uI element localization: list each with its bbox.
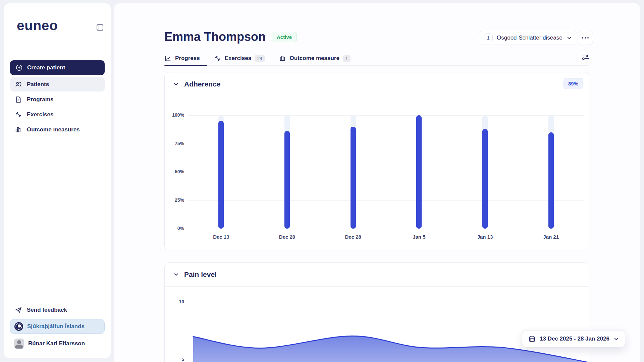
sidebar-item-label: Outcome measures <box>27 126 80 133</box>
gridline <box>188 200 584 201</box>
adherence-card-header: Adherence 89% <box>165 72 589 96</box>
adherence-bar <box>218 121 224 229</box>
euneo-logo: euneo <box>17 18 58 33</box>
patient-header: Emma Thompson Active <box>164 27 297 46</box>
tab-progress[interactable]: Progress <box>164 55 200 62</box>
chevron-down-icon[interactable] <box>173 271 179 278</box>
chevron-down-icon <box>613 336 619 342</box>
sidebar-item-outcome-measures[interactable]: Outcome measures <box>10 122 105 137</box>
chevron-down-icon <box>567 35 572 41</box>
bar-chart-icon <box>15 126 22 133</box>
sliders-filter-icon <box>581 54 590 61</box>
sidebar-nav: Create patient Patients Programs <box>10 60 105 137</box>
adherence-percentage-badge: 89% <box>564 78 583 89</box>
sidebar-collapse-icon <box>96 23 104 32</box>
y-axis-tick: 50% <box>165 169 184 174</box>
sidebar-item-exercises[interactable]: Exercises <box>10 107 105 122</box>
create-patient-button[interactable]: Create patient <box>10 60 105 75</box>
sidebar-item-programs[interactable]: Programs <box>10 92 105 107</box>
tabs-divider <box>164 65 589 66</box>
pain-level-area-chart: 10 5 <box>165 287 589 362</box>
tab-outcome-count: 1 <box>343 55 351 62</box>
bar-chart-icon <box>279 55 286 62</box>
tab-progress-label: Progress <box>175 55 200 62</box>
gridline <box>188 229 584 229</box>
x-axis-tick: Jan 13 <box>472 234 498 240</box>
ellipsis-icon <box>582 37 583 39</box>
send-feedback-button[interactable]: Send feedback <box>10 304 105 316</box>
calendar-icon <box>528 335 536 343</box>
y-axis-tick: 0% <box>165 226 184 231</box>
adherence-bar-chart: 100%75%50%25%0%Dec 13Dec 20Dec 28Jan 5Ja… <box>165 96 589 250</box>
date-range-picker[interactable]: 13 Dec 2025 - 28 Jan 2026 <box>522 330 625 348</box>
document-icon <box>15 96 22 103</box>
tab-exercises-count: 24 <box>255 55 265 62</box>
y-axis-tick: 100% <box>165 112 184 118</box>
gridline <box>188 144 584 144</box>
condition-label: Osgood-Schlatter disease <box>497 35 562 41</box>
sidebar: euneo Create patient <box>4 3 111 358</box>
condition-count-badge: 1 <box>484 34 493 42</box>
dumbbell-icon <box>15 111 22 118</box>
patient-name: Emma Thompson <box>164 30 266 44</box>
tab-outcome-measure[interactable]: Outcome measure 1 <box>279 55 351 62</box>
sidebar-item-label: Exercises <box>27 111 53 118</box>
sidebar-footer: Send feedback Sjúkraþjálfun Íslands Rúna… <box>10 304 105 351</box>
gridline <box>188 172 584 172</box>
pain-area-svg <box>165 287 589 362</box>
euneo-app: euneo Create patient <box>0 0 644 362</box>
user-avatar <box>14 339 24 349</box>
adherence-bar <box>548 132 554 229</box>
adherence-bar <box>416 115 422 229</box>
sidebar-item-label: Patients <box>27 81 49 88</box>
gridline <box>188 115 584 116</box>
x-axis-tick: Dec 13 <box>208 234 234 240</box>
organization-name: Sjúkraþjálfun Íslands <box>27 323 85 330</box>
user-menu[interactable]: Rúnar Karl Elfarsson <box>10 337 105 351</box>
main-content: Emma Thompson Active 1 Osgood-Schlatter … <box>114 3 640 362</box>
organization-logo <box>14 322 23 331</box>
status-badge: Active <box>272 32 297 42</box>
organization-switcher[interactable]: Sjúkraþjálfun Íslands <box>10 319 105 334</box>
date-range-label: 13 Dec 2025 - 28 Jan 2026 <box>540 336 609 342</box>
more-options-button[interactable] <box>578 31 593 45</box>
adherence-title: Adherence <box>184 80 221 88</box>
send-feedback-label: Send feedback <box>27 307 67 313</box>
chart-filter-button[interactable] <box>580 52 591 62</box>
create-patient-label: Create patient <box>27 64 65 71</box>
plus-circle-icon <box>15 64 23 71</box>
paper-plane-icon <box>15 306 22 314</box>
x-axis-tick: Jan 5 <box>406 234 432 240</box>
dumbbell-icon <box>214 55 221 62</box>
user-name: Rúnar Karl Elfarsson <box>28 340 85 347</box>
adherence-card: Adherence 89% 100%75%50%25%0%Dec 13Dec 2… <box>164 72 589 250</box>
x-axis-tick: Jan 21 <box>538 234 565 240</box>
sidebar-item-label: Programs <box>27 96 53 103</box>
x-axis-tick: Dec 20 <box>274 234 301 240</box>
tab-exercises-label: Exercises <box>225 55 251 62</box>
y-axis-tick: 25% <box>165 197 184 203</box>
line-chart-icon <box>164 55 172 62</box>
x-axis-tick: Dec 28 <box>340 234 367 240</box>
patients-icon <box>15 81 22 88</box>
adherence-bar <box>482 129 488 229</box>
pain-card-header: Pain level <box>165 263 589 287</box>
active-tab-indicator <box>164 65 207 66</box>
tab-exercises[interactable]: Exercises 24 <box>214 55 265 62</box>
tab-outcome-label: Outcome measure <box>290 55 339 62</box>
patient-tabs: Progress Exercises 24 <box>164 52 351 65</box>
y-axis-tick: 75% <box>165 141 184 146</box>
condition-dropdown[interactable]: 1 Osgood-Schlatter disease <box>479 31 577 45</box>
adherence-bar <box>284 131 290 229</box>
sidebar-item-patients[interactable]: Patients <box>10 77 105 92</box>
sidebar-collapse-button[interactable] <box>95 23 105 32</box>
chevron-down-icon[interactable] <box>173 81 179 87</box>
pain-level-title: Pain level <box>184 270 217 279</box>
adherence-bar <box>351 127 356 229</box>
